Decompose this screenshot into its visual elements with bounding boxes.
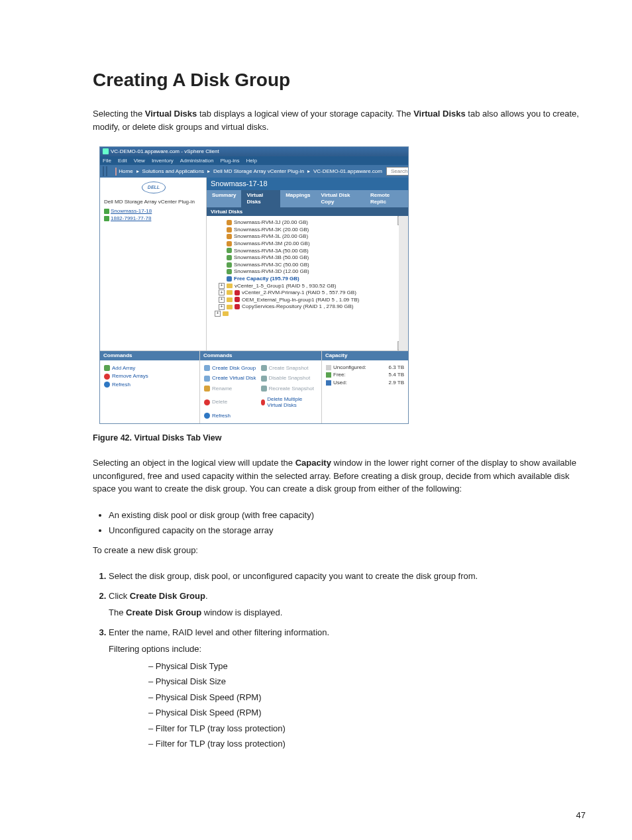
filtering-options-list: Physical Disk Type Physical Disk Size Ph…: [148, 660, 586, 751]
vd-item[interactable]: Snowmass-RVM-3L (20.00 GB): [227, 233, 395, 240]
list-item: Physical Disk Size: [148, 675, 586, 688]
home-icon[interactable]: [115, 168, 117, 176]
tab-remote-replication[interactable]: Remote Replic: [365, 190, 408, 207]
tab-summary[interactable]: Summary: [207, 190, 241, 207]
breadcrumb-plugin[interactable]: Dell MD Storage Array vCenter Plug-in: [213, 168, 304, 175]
text: tab displays a logical view of your stor…: [197, 109, 413, 119]
dell-logo: DELL: [142, 182, 166, 193]
disk-icon: [227, 262, 232, 268]
step-3: Enter the name, RAID level and other fil…: [109, 626, 586, 751]
vd-item[interactable]: Snowmass-RVM-3C (50.00 GB): [227, 262, 395, 268]
scroll-down-button[interactable]: ▾: [397, 341, 408, 350]
menu-plugins[interactable]: Plug-ins: [220, 158, 239, 164]
create-disk-group-term: Create Disk Group: [130, 591, 205, 601]
capacity-header: Capacity: [322, 351, 408, 360]
remove-arrays-link[interactable]: Remove Arrays: [104, 373, 195, 380]
delete-link: Delete: [204, 396, 261, 409]
vd-item[interactable]: Snowmass-RVM-3K (20.00 GB): [227, 227, 395, 233]
free-capacity-item[interactable]: Free Capacity (195.79 GB): [227, 276, 395, 282]
figure-caption: Figure 42. Virtual Disks Tab View: [93, 432, 586, 445]
create-virtual-disk-link[interactable]: Create Virtual Disk: [204, 375, 261, 382]
capacity-used: Used: 2.9 TB: [326, 380, 404, 386]
tab-virtual-disk-copy[interactable]: Virtual Disk Copy: [316, 190, 365, 207]
scroll-up-button[interactable]: ▴: [397, 216, 408, 225]
disk-group-item[interactable]: +: [215, 311, 395, 317]
status-ok-icon: [104, 216, 109, 221]
expand-icon[interactable]: +: [215, 311, 221, 317]
tab-virtual-disks[interactable]: Virtual Disks: [241, 190, 280, 207]
window-title: VC-DEMO-01.appaware.com - vSphere Client: [111, 148, 219, 155]
tab-mappings[interactable]: Mappings: [280, 190, 315, 207]
refresh-link[interactable]: Refresh: [104, 382, 195, 388]
virtual-disks-term: Virtual Disks: [413, 109, 466, 119]
toolbar: Home ▸ Solutions and Applications ▸ Dell…: [100, 165, 408, 178]
refresh-link[interactable]: Refresh: [204, 413, 317, 419]
window-titlebar: VC-DEMO-01.appaware.com - vSphere Client: [100, 147, 408, 156]
delete-multiple-vd-link[interactable]: Delete Multiple Virtual Disks: [261, 396, 318, 409]
menu-view[interactable]: View: [134, 158, 145, 164]
breadcrumb-host[interactable]: VC-DEMO-01.appaware.com: [313, 168, 382, 175]
create-snapshot-link: Create Snapshot: [261, 365, 318, 372]
disk-icon: [227, 227, 232, 233]
search-box[interactable]: Search: [386, 167, 408, 176]
disk-group-item[interactable]: +CopyServices-Repository (RAID 1 , 278.9…: [219, 303, 395, 310]
refresh-icon: [204, 413, 210, 419]
nav-forward-button[interactable]: [106, 166, 107, 176]
virtual-disk-icon: [204, 376, 210, 382]
remove-icon: [104, 374, 110, 380]
array-link-2[interactable]: 1882-7991-77-78: [104, 215, 203, 222]
vd-item[interactable]: Snowmass-RVM-3J (20.00 GB): [227, 219, 395, 226]
procedure-steps: Select the disk group, disk pool, or unc…: [93, 570, 586, 751]
vd-item[interactable]: Snowmass-RVM-3B (50.00 GB): [227, 254, 395, 261]
array-title: Snowmass-17-18: [207, 178, 408, 190]
step-1: Select the disk group, disk pool, or unc…: [109, 570, 586, 583]
menu-file[interactable]: File: [103, 158, 111, 164]
breadcrumb-solutions[interactable]: Solutions and Applications: [142, 168, 204, 175]
content-pane: Snowmass-17-18 Summary Virtual Disks Map…: [207, 178, 408, 350]
snapshot-icon: [261, 386, 267, 392]
vd-item[interactable]: Snowmass-RVM-3D (12.00 GB): [227, 268, 395, 275]
tab-bar: Summary Virtual Disks Mappings Virtual D…: [207, 190, 408, 207]
disk-group-item[interactable]: +vCenter_2-RVM-Primary-1 (RAID 5 , 557.7…: [219, 289, 395, 296]
virtual-disk-tree[interactable]: ▴ ▾ Snowmass-RVM-3J (20.00 GB) Snowmass-…: [207, 216, 408, 350]
refresh-icon: [104, 382, 110, 388]
expand-icon[interactable]: +: [219, 289, 225, 295]
disk-icon: [227, 255, 232, 260]
alert-icon: [235, 290, 240, 295]
disk-group-item[interactable]: +OEM_External_Plug-In-group1 (RAID 5 , 1…: [219, 297, 395, 303]
menu-edit[interactable]: Edit: [118, 158, 127, 164]
list-item: Physical Disk Type: [148, 660, 586, 673]
commands-header: Commands: [200, 351, 321, 360]
menu-administration[interactable]: Administration: [180, 158, 214, 164]
swatch-icon: [326, 365, 331, 370]
virtual-disks-term: Virtual Disks: [145, 109, 197, 119]
expand-icon[interactable]: +: [219, 304, 225, 310]
menu-help[interactable]: Help: [246, 158, 256, 164]
rename-icon: [204, 386, 210, 392]
add-array-link[interactable]: Add Array: [104, 365, 195, 372]
disk-icon: [227, 220, 232, 225]
source-options-list: An existing disk pool or disk group (wit…: [109, 509, 586, 537]
vd-item[interactable]: Snowmass-RVM-3M (20.00 GB): [227, 240, 395, 247]
nav-back-button[interactable]: [103, 166, 104, 176]
disk-icon: [227, 241, 232, 246]
array-link-snowmass[interactable]: Snowmass-17-18: [104, 208, 203, 215]
expand-icon[interactable]: +: [219, 283, 225, 289]
alert-icon: [235, 297, 240, 302]
disk-icon: [227, 234, 232, 239]
virtual-disks-header: Virtual Disks: [207, 207, 408, 217]
menu-inventory[interactable]: Inventory: [152, 158, 174, 164]
breadcrumb-home[interactable]: Home: [119, 168, 132, 175]
expand-icon[interactable]: +: [219, 297, 225, 303]
create-disk-group-link[interactable]: Create Disk Group: [204, 365, 261, 372]
capacity-panel: Capacity Unconfigured: 6.3 TB Free: 5.4 …: [322, 351, 408, 423]
nav-header: Dell MD Storage Array vCenter Plug-in: [104, 199, 203, 205]
vsphere-window: VC-DEMO-01.appaware.com - vSphere Client…: [99, 146, 409, 424]
app-icon: [103, 148, 109, 154]
vd-item[interactable]: Snowmass-RVM-3A (50.00 GB): [227, 248, 395, 254]
snapshot-icon: [261, 365, 267, 371]
filtering-label: Filtering options include:: [109, 643, 586, 656]
list-item: Filter for TLP (tray loss protection): [148, 722, 586, 735]
disable-snapshot-link: Disable Snapshot: [261, 375, 318, 382]
disk-group-item[interactable]: +vCenter_1-5_Group1 (RAID 5 , 930.52 GB): [219, 283, 395, 289]
